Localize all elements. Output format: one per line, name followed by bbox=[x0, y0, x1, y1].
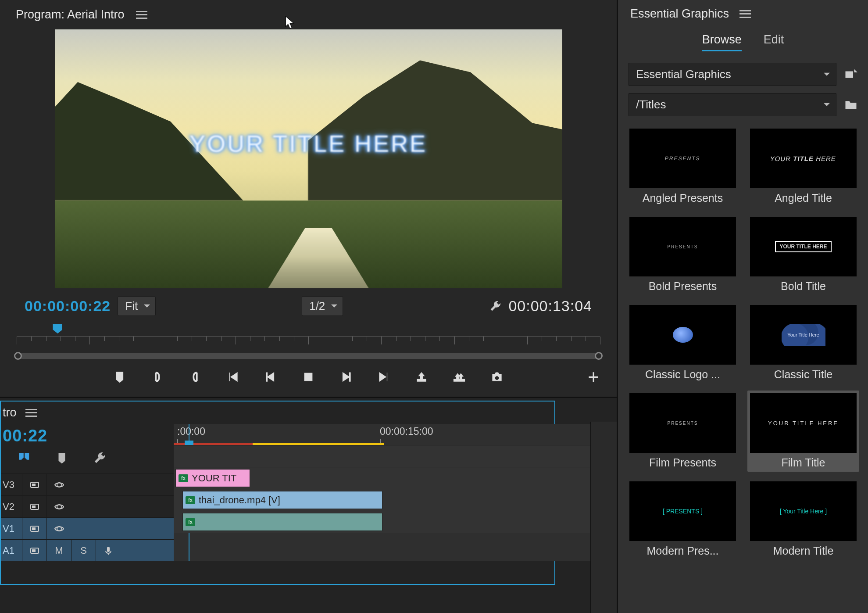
resolution-dropdown[interactable]: 1/2 bbox=[302, 296, 343, 316]
preset-bold-title[interactable]: YOUR TITLE HEREBold Title bbox=[747, 214, 859, 295]
program-title: Program: Aerial Intro bbox=[16, 8, 125, 22]
mouse-cursor-icon bbox=[285, 16, 295, 29]
preset-classic-title[interactable]: Your Title HereClassic Title bbox=[747, 302, 859, 384]
svg-rect-12 bbox=[107, 547, 110, 552]
source-patch-toggle[interactable] bbox=[22, 518, 46, 539]
preset-label: Angled Title bbox=[750, 192, 857, 204]
preset-bold-presents[interactable]: PRESENTSBold Presents bbox=[627, 214, 739, 295]
settings-wrench-icon[interactable] bbox=[489, 300, 501, 312]
timeline-panel: tro 00:22 V3V2V1A1MS :00:00 00:0 bbox=[0, 398, 617, 613]
preset-thumbnail: PRESENTS bbox=[629, 217, 736, 276]
go-to-out-button[interactable] bbox=[377, 370, 390, 384]
preset-modern-title[interactable]: [ Your Title Here ]Modern Title bbox=[747, 479, 859, 560]
program-monitor-panel: Program: Aerial Intro YOUR TITLE HERE 00… bbox=[0, 0, 617, 398]
voiceover-mic-icon[interactable] bbox=[96, 540, 120, 561]
library-dropdown[interactable]: Essential Graphics bbox=[629, 63, 836, 86]
preset-label: Modern Title bbox=[750, 545, 857, 557]
folder-path-dropdown[interactable]: /Titles bbox=[629, 93, 836, 116]
folder-icon[interactable] bbox=[844, 99, 857, 111]
program-scrubber[interactable] bbox=[0, 316, 617, 359]
solo-button[interactable]: S bbox=[71, 540, 96, 561]
eg-panel-title: Essential Graphics bbox=[630, 7, 729, 21]
snap-icon[interactable] bbox=[18, 452, 31, 465]
marker-tool-icon[interactable] bbox=[55, 452, 68, 465]
step-forward-button[interactable] bbox=[339, 370, 353, 384]
preset-film-presents[interactable]: PRESENTSFilm Presents bbox=[627, 391, 739, 472]
preset-classic-logo-[interactable]: Classic Logo ... bbox=[627, 302, 739, 384]
preset-thumbnail: Your Title Here bbox=[750, 305, 857, 365]
track-header-v1[interactable]: V1 bbox=[0, 517, 174, 539]
tab-browse[interactable]: Browse bbox=[702, 33, 742, 51]
preset-thumbnail: [ PRESENTS ] bbox=[629, 481, 736, 541]
track-id-label: A1 bbox=[0, 545, 22, 556]
eg-panel-menu-icon[interactable] bbox=[739, 10, 751, 18]
mark-out-button[interactable] bbox=[189, 370, 202, 384]
track-lane-v1[interactable]: fx thai_drone.mp4 [V] bbox=[174, 489, 617, 511]
track-lane-v2[interactable]: fx YOUR TIT bbox=[174, 467, 617, 489]
track-id-label: V2 bbox=[0, 501, 22, 513]
play-stop-button[interactable] bbox=[302, 370, 315, 384]
preview-title-overlay: YOUR TITLE HERE bbox=[189, 130, 427, 157]
preset-film-title[interactable]: YOUR TITLE HEREFilm Title bbox=[747, 391, 859, 472]
button-editor-plus-icon[interactable]: + bbox=[588, 366, 599, 388]
track-id-label: V3 bbox=[0, 479, 22, 491]
panel-menu-icon[interactable] bbox=[136, 11, 147, 19]
preset-label: Bold Title bbox=[750, 280, 857, 293]
track-header-v2[interactable]: V2 bbox=[0, 495, 174, 517]
add-marker-button[interactable] bbox=[113, 370, 126, 384]
track-header-v3[interactable]: V3 bbox=[0, 473, 174, 495]
preset-thumbnail bbox=[629, 305, 736, 365]
go-to-in-button[interactable] bbox=[226, 370, 239, 384]
toggle-track-output-icon[interactable] bbox=[46, 474, 71, 495]
sequence-tab[interactable]: tro bbox=[3, 406, 17, 419]
preset-angled-title[interactable]: YOUR TITLE HEREAngled Title bbox=[747, 126, 859, 207]
mark-in-button[interactable] bbox=[151, 370, 164, 384]
fx-badge-icon: fx bbox=[179, 474, 188, 482]
preset-thumbnail: YOUR TITLE HERE bbox=[750, 217, 857, 276]
track-lane-a1[interactable]: fx bbox=[174, 511, 617, 533]
preset-thumbnail: PRESENTS bbox=[629, 129, 736, 188]
scrubber-playhead-icon[interactable] bbox=[53, 324, 62, 333]
preset-label: Bold Presents bbox=[629, 280, 736, 293]
program-viewer[interactable]: YOUR TITLE HERE bbox=[55, 29, 562, 288]
timeline-timecode[interactable]: 00:22 bbox=[0, 424, 174, 452]
timeline-ruler[interactable]: :00:00 00:00:15:00 bbox=[174, 424, 617, 445]
source-patch-toggle[interactable] bbox=[22, 496, 46, 517]
zoom-dropdown[interactable]: Fit bbox=[118, 296, 156, 316]
mute-button[interactable]: M bbox=[46, 540, 71, 561]
preset-label: Film Title bbox=[750, 456, 857, 469]
export-frame-button[interactable] bbox=[490, 370, 504, 384]
fx-badge-icon: fx bbox=[186, 496, 195, 504]
timeline-sidebar: 00:22 V3V2V1A1MS bbox=[0, 424, 174, 561]
preset-label: Modern Pres... bbox=[629, 545, 736, 557]
toggle-track-output-icon[interactable] bbox=[46, 496, 71, 517]
svg-rect-2 bbox=[32, 484, 36, 486]
extract-button[interactable] bbox=[453, 370, 466, 384]
track-id-label: V1 bbox=[0, 523, 22, 534]
transport-bar: + bbox=[0, 359, 617, 384]
svg-rect-8 bbox=[32, 527, 36, 530]
preset-label: Classic Title bbox=[750, 368, 857, 381]
track-lane-v3[interactable] bbox=[174, 445, 617, 467]
timeline-panel-menu-icon[interactable] bbox=[25, 409, 37, 417]
timeline-settings-icon[interactable] bbox=[93, 452, 106, 465]
ruler-label: :00:00 bbox=[177, 426, 205, 437]
timeline-tracks-area[interactable]: :00:00 00:00:15:00 fx YOUR TIT bbox=[174, 424, 617, 561]
preset-angled-presents[interactable]: PRESENTSAngled Presents bbox=[627, 126, 739, 207]
source-patch-toggle[interactable] bbox=[22, 540, 46, 561]
clip-video[interactable]: fx thai_drone.mp4 [V] bbox=[182, 491, 382, 509]
essential-graphics-panel: Essential Graphics Browse Edit Essential… bbox=[618, 0, 868, 613]
clip-title-graphic[interactable]: fx YOUR TIT bbox=[175, 469, 250, 487]
step-back-button[interactable] bbox=[264, 370, 277, 384]
current-timecode[interactable]: 00:00:00:22 bbox=[25, 298, 111, 315]
source-patch-toggle[interactable] bbox=[22, 474, 46, 495]
tab-edit[interactable]: Edit bbox=[764, 33, 784, 51]
ruler-label: 00:00:15:00 bbox=[380, 426, 433, 437]
toggle-track-output-icon[interactable] bbox=[46, 518, 71, 539]
audio-meter bbox=[590, 422, 617, 613]
track-header-a1[interactable]: A1MS bbox=[0, 539, 174, 561]
clip-audio[interactable]: fx bbox=[182, 513, 382, 531]
import-library-icon[interactable] bbox=[844, 69, 857, 80]
preset-modern-pres-[interactable]: [ PRESENTS ]Modern Pres... bbox=[627, 479, 739, 560]
lift-button[interactable] bbox=[415, 370, 428, 384]
